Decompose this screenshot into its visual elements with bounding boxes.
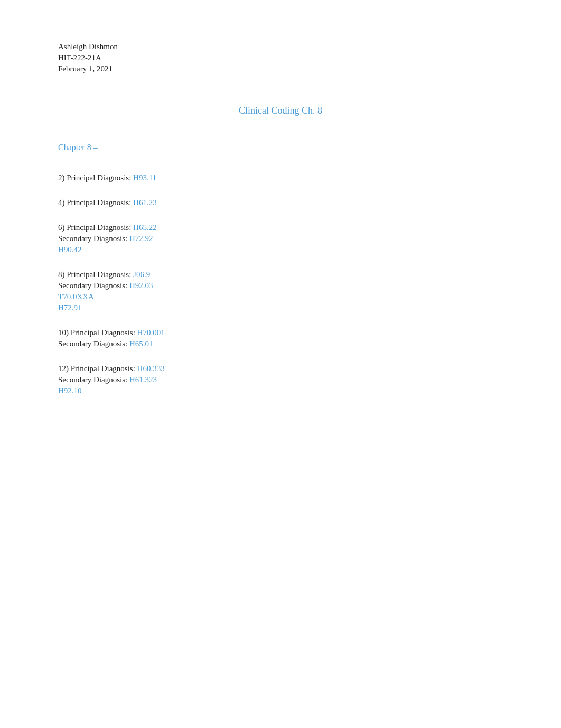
principal-diagnosis-q10: 10) Principal Diagnosis: H70.001: [58, 328, 503, 337]
principal-diagnosis-q2: 2) Principal Diagnosis: H93.11: [58, 173, 503, 182]
course-code: HIT-222-21A: [58, 53, 503, 62]
extra-code-q8-1: H72.91: [58, 303, 503, 312]
header-info: Ashleigh Dishmon HIT-222-21A February 1,…: [58, 42, 503, 73]
extra-code-q6-0: H90.42: [58, 245, 503, 254]
extra-code-q12-0: H92.10: [58, 386, 503, 395]
author-name: Ashleigh Dishmon: [58, 42, 503, 51]
section-q2: 2) Principal Diagnosis: H93.11: [58, 173, 503, 182]
secondary-diagnosis-q12: Secondary Diagnosis: H61.323: [58, 375, 503, 384]
secondary-diagnosis-q10: Secondary Diagnosis: H65.01: [58, 339, 503, 348]
section-q12: 12) Principal Diagnosis: H60.333Secondar…: [58, 364, 503, 395]
section-q6: 6) Principal Diagnosis: H65.22Secondary …: [58, 223, 503, 254]
secondary-diagnosis-q6: Secondary Diagnosis: H72.92: [58, 234, 503, 243]
principal-diagnosis-q6: 6) Principal Diagnosis: H65.22: [58, 223, 503, 232]
date: February 1, 2021: [58, 64, 503, 73]
chapter-heading: Chapter 8 –: [58, 143, 503, 152]
principal-diagnosis-q12: 12) Principal Diagnosis: H60.333: [58, 364, 503, 373]
principal-diagnosis-q4: 4) Principal Diagnosis: H61.23: [58, 198, 503, 207]
secondary-diagnosis-q8: Secondary Diagnosis: H92.03: [58, 281, 503, 290]
principal-diagnosis-q8: 8) Principal Diagnosis: J06.9: [58, 270, 503, 279]
section-q8: 8) Principal Diagnosis: J06.9Secondary D…: [58, 270, 503, 312]
extra-code-q8-0: T70.0XXA: [58, 292, 503, 301]
sections-container: 2) Principal Diagnosis: H93.114) Princip…: [58, 173, 503, 395]
section-q4: 4) Principal Diagnosis: H61.23: [58, 198, 503, 207]
page-title-container: Clinical Coding Ch. 8: [58, 105, 503, 116]
page-title: Clinical Coding Ch. 8: [239, 105, 322, 117]
section-q10: 10) Principal Diagnosis: H70.001Secondar…: [58, 328, 503, 348]
